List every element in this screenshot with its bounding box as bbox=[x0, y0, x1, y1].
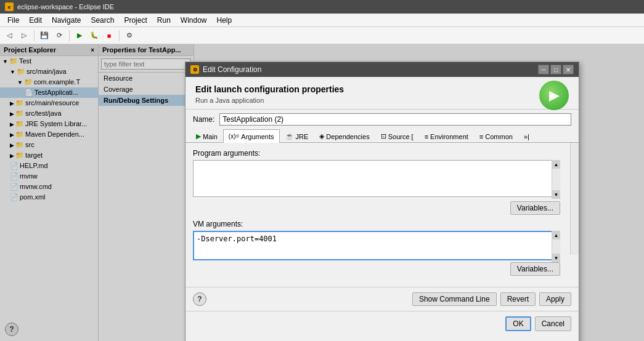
common-tab-icon: ≡ bbox=[479, 133, 483, 140]
dialog-title: Edit Configuration bbox=[203, 65, 261, 74]
tab-environment-label: Environment bbox=[430, 133, 468, 140]
tab-more-label: »| bbox=[524, 133, 529, 140]
program-args-wrapper: ▲ ▼ bbox=[193, 160, 560, 199]
menu-run[interactable]: Run bbox=[152, 15, 176, 26]
tab-dependencies-label: Dependencies bbox=[326, 133, 369, 140]
environment-tab-icon: ≡ bbox=[425, 133, 428, 140]
menu-navigate[interactable]: Navigate bbox=[47, 15, 86, 26]
toolbar-build[interactable]: ⚙ bbox=[123, 29, 136, 42]
vm-args-label: VM arguments: bbox=[193, 220, 560, 228]
name-label: Name: bbox=[193, 115, 214, 124]
edit-configuration-dialog: ⚙ Edit Configuration ─ □ ✕ Edit launch c… bbox=[185, 62, 579, 341]
dialog-titlebar: ⚙ Edit Configuration ─ □ ✕ bbox=[185, 62, 579, 77]
vm-args-scrollbar[interactable]: ▲ ▼ bbox=[552, 231, 560, 262]
prog-args-scrollbar[interactable]: ▲ ▼ bbox=[552, 160, 560, 199]
dialog-minimize[interactable]: ─ bbox=[538, 65, 549, 74]
app-title: eclipse-workspace - Eclipse IDE bbox=[17, 3, 114, 10]
dialog-close[interactable]: ✕ bbox=[563, 65, 574, 74]
vm-args-variables-area: Variables... bbox=[193, 262, 560, 276]
menu-project[interactable]: Project bbox=[119, 15, 152, 26]
toolbar-run[interactable]: ▶ bbox=[73, 29, 86, 42]
tab-arguments-label: Arguments bbox=[241, 133, 274, 140]
prog-scrollbar-track bbox=[552, 169, 560, 190]
tab-jre[interactable]: ☕ JRE bbox=[280, 129, 314, 143]
main-tab-icon: ▶ bbox=[196, 132, 201, 140]
apply-btn[interactable]: Apply bbox=[539, 292, 571, 306]
cancel-btn[interactable]: Cancel bbox=[535, 316, 571, 331]
ok-btn[interactable]: OK bbox=[505, 316, 531, 331]
toolbar-debug[interactable]: 🐛 bbox=[88, 29, 101, 42]
menu-help[interactable]: Help bbox=[212, 15, 237, 26]
arguments-tab-icon: (x)= bbox=[229, 133, 240, 140]
program-args-label: Program arguments: bbox=[193, 149, 560, 158]
prog-scrollbar-down[interactable]: ▼ bbox=[552, 190, 560, 199]
menu-window[interactable]: Window bbox=[176, 15, 212, 26]
main-content-scrollbar[interactable] bbox=[570, 143, 579, 255]
prog-scrollbar-up[interactable]: ▲ bbox=[552, 160, 560, 169]
dialog-actions: ? Show Command Line Revert Apply bbox=[185, 287, 579, 311]
jre-tab-icon: ☕ bbox=[285, 132, 294, 140]
tab-more[interactable]: »| bbox=[518, 129, 535, 143]
toolbar-stop[interactable]: ■ bbox=[102, 29, 116, 42]
dialog-title-icon: ⚙ bbox=[190, 65, 199, 74]
revert-btn[interactable]: Revert bbox=[500, 292, 536, 306]
tab-environment[interactable]: ≡ Environment bbox=[419, 129, 474, 143]
vm-args-wrapper: -Dserver.port=4001 ▲ ▼ bbox=[193, 231, 560, 262]
menu-file[interactable]: File bbox=[2, 15, 24, 26]
menu-search[interactable]: Search bbox=[86, 15, 119, 26]
vm-scrollbar-down[interactable]: ▼ bbox=[552, 254, 560, 262]
program-args-textarea[interactable] bbox=[193, 160, 560, 197]
dialog-header-title: Edit launch configuration properties bbox=[195, 84, 569, 94]
name-input[interactable] bbox=[219, 113, 571, 126]
toolbar-forward[interactable]: ▷ bbox=[17, 29, 31, 42]
modal-overlay: ⚙ Edit Configuration ─ □ ✕ Edit launch c… bbox=[0, 44, 644, 341]
tabs-bar: ▶ Main (x)= Arguments ☕ JRE ◈ Dependenci… bbox=[185, 129, 579, 143]
tab-arguments[interactable]: (x)= Arguments bbox=[223, 129, 280, 143]
toolbar: ◁ ▷ 💾 ⟳ ▶ 🐛 ■ ⚙ bbox=[0, 27, 644, 44]
toolbar-sep-1 bbox=[34, 30, 35, 41]
tab-source-label: Source [ bbox=[388, 133, 414, 140]
tab-common-label: Common bbox=[485, 133, 513, 140]
dialog-footer: OK Cancel bbox=[185, 311, 579, 336]
toolbar-refresh[interactable]: ⟳ bbox=[52, 29, 66, 42]
dialog-header-sub: Run a Java application bbox=[195, 97, 569, 104]
dialog-maximize[interactable]: □ bbox=[550, 65, 561, 74]
run-icon: ▶ bbox=[539, 81, 569, 110]
ide-main: Project Explorer × ▼📁Test ▼📁src/main/jav… bbox=[0, 44, 644, 341]
tab-content-arguments: Program arguments: ▲ ▼ bbox=[185, 143, 579, 287]
vm-args-textarea[interactable]: -Dserver.port=4001 bbox=[193, 231, 560, 260]
toolbar-back[interactable]: ◁ bbox=[2, 29, 16, 42]
menu-edit[interactable]: Edit bbox=[24, 15, 47, 26]
tab-main-label: Main bbox=[203, 133, 218, 140]
program-args-variables-btn[interactable]: Variables... bbox=[510, 201, 560, 215]
toolbar-sep-3 bbox=[119, 30, 120, 41]
dialog-controls: ─ □ ✕ bbox=[538, 65, 574, 74]
name-row: Name: bbox=[185, 110, 579, 129]
program-args-variables-area: Variables... bbox=[193, 201, 560, 215]
toolbar-save[interactable]: 💾 bbox=[38, 29, 51, 42]
show-command-btn[interactable]: Show Command Line bbox=[412, 292, 497, 306]
menu-bar: File Edit Navigate Search Project Run Wi… bbox=[0, 14, 644, 27]
vm-scrollbar-track bbox=[552, 239, 560, 254]
tab-source[interactable]: ⊡ Source [ bbox=[375, 129, 419, 143]
title-bar: e eclipse-workspace - Eclipse IDE bbox=[0, 0, 644, 14]
dialog-help-btn[interactable]: ? bbox=[193, 292, 206, 306]
app-icon: e bbox=[5, 2, 14, 11]
vm-scrollbar-up[interactable]: ▲ bbox=[552, 231, 560, 239]
vm-args-variables-btn[interactable]: Variables... bbox=[510, 262, 560, 276]
source-tab-icon: ⊡ bbox=[381, 132, 386, 140]
tab-common[interactable]: ≡ Common bbox=[474, 129, 518, 143]
tab-main[interactable]: ▶ Main bbox=[190, 129, 223, 143]
dependencies-tab-icon: ◈ bbox=[319, 132, 324, 140]
dialog-header: Edit launch configuration properties Run… bbox=[185, 77, 579, 110]
tab-jre-label: JRE bbox=[296, 133, 309, 140]
tab-dependencies[interactable]: ◈ Dependencies bbox=[314, 129, 375, 143]
toolbar-sep-2 bbox=[69, 30, 70, 41]
